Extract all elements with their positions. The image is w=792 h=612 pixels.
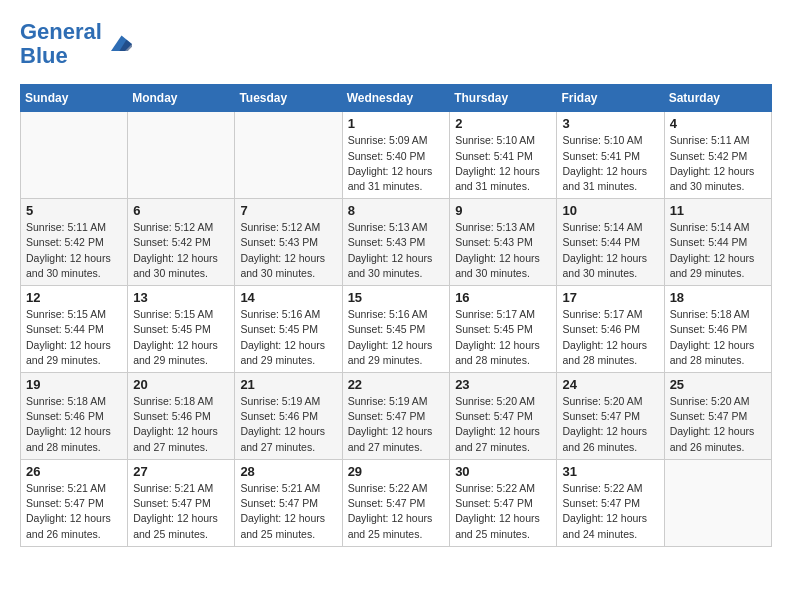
calendar-cell: 12Sunrise: 5:15 AM Sunset: 5:44 PM Dayli… — [21, 286, 128, 373]
day-info: Sunrise: 5:18 AM Sunset: 5:46 PM Dayligh… — [133, 394, 229, 455]
calendar-cell: 28Sunrise: 5:21 AM Sunset: 5:47 PM Dayli… — [235, 459, 342, 546]
calendar-cell: 7Sunrise: 5:12 AM Sunset: 5:43 PM Daylig… — [235, 199, 342, 286]
calendar-cell: 15Sunrise: 5:16 AM Sunset: 5:45 PM Dayli… — [342, 286, 450, 373]
day-number: 10 — [562, 203, 658, 218]
day-number: 11 — [670, 203, 766, 218]
calendar-cell: 19Sunrise: 5:18 AM Sunset: 5:46 PM Dayli… — [21, 373, 128, 460]
day-info: Sunrise: 5:22 AM Sunset: 5:47 PM Dayligh… — [455, 481, 551, 542]
day-info: Sunrise: 5:18 AM Sunset: 5:46 PM Dayligh… — [670, 307, 766, 368]
page-header: GeneralBlue — [20, 20, 772, 68]
weekday-header-sunday: Sunday — [21, 85, 128, 112]
day-info: Sunrise: 5:16 AM Sunset: 5:45 PM Dayligh… — [240, 307, 336, 368]
day-info: Sunrise: 5:12 AM Sunset: 5:42 PM Dayligh… — [133, 220, 229, 281]
day-number: 17 — [562, 290, 658, 305]
weekday-header-thursday: Thursday — [450, 85, 557, 112]
calendar-cell: 25Sunrise: 5:20 AM Sunset: 5:47 PM Dayli… — [664, 373, 771, 460]
calendar-cell: 24Sunrise: 5:20 AM Sunset: 5:47 PM Dayli… — [557, 373, 664, 460]
calendar-cell: 14Sunrise: 5:16 AM Sunset: 5:45 PM Dayli… — [235, 286, 342, 373]
day-info: Sunrise: 5:21 AM Sunset: 5:47 PM Dayligh… — [240, 481, 336, 542]
day-info: Sunrise: 5:15 AM Sunset: 5:45 PM Dayligh… — [133, 307, 229, 368]
calendar-cell — [664, 459, 771, 546]
calendar-cell: 5Sunrise: 5:11 AM Sunset: 5:42 PM Daylig… — [21, 199, 128, 286]
day-number: 6 — [133, 203, 229, 218]
calendar-cell: 29Sunrise: 5:22 AM Sunset: 5:47 PM Dayli… — [342, 459, 450, 546]
day-info: Sunrise: 5:19 AM Sunset: 5:47 PM Dayligh… — [348, 394, 445, 455]
calendar-week-3: 12Sunrise: 5:15 AM Sunset: 5:44 PM Dayli… — [21, 286, 772, 373]
day-number: 15 — [348, 290, 445, 305]
calendar-cell: 10Sunrise: 5:14 AM Sunset: 5:44 PM Dayli… — [557, 199, 664, 286]
day-number: 30 — [455, 464, 551, 479]
calendar-cell: 27Sunrise: 5:21 AM Sunset: 5:47 PM Dayli… — [128, 459, 235, 546]
calendar-cell: 16Sunrise: 5:17 AM Sunset: 5:45 PM Dayli… — [450, 286, 557, 373]
day-info: Sunrise: 5:18 AM Sunset: 5:46 PM Dayligh… — [26, 394, 122, 455]
logo-icon — [104, 30, 132, 58]
day-number: 23 — [455, 377, 551, 392]
day-number: 9 — [455, 203, 551, 218]
day-info: Sunrise: 5:17 AM Sunset: 5:45 PM Dayligh… — [455, 307, 551, 368]
day-info: Sunrise: 5:12 AM Sunset: 5:43 PM Dayligh… — [240, 220, 336, 281]
day-number: 12 — [26, 290, 122, 305]
logo: GeneralBlue — [20, 20, 132, 68]
day-info: Sunrise: 5:20 AM Sunset: 5:47 PM Dayligh… — [670, 394, 766, 455]
calendar-cell: 20Sunrise: 5:18 AM Sunset: 5:46 PM Dayli… — [128, 373, 235, 460]
day-info: Sunrise: 5:13 AM Sunset: 5:43 PM Dayligh… — [455, 220, 551, 281]
day-number: 31 — [562, 464, 658, 479]
day-number: 22 — [348, 377, 445, 392]
day-info: Sunrise: 5:11 AM Sunset: 5:42 PM Dayligh… — [670, 133, 766, 194]
day-number: 24 — [562, 377, 658, 392]
day-number: 4 — [670, 116, 766, 131]
day-number: 7 — [240, 203, 336, 218]
calendar-cell: 2Sunrise: 5:10 AM Sunset: 5:41 PM Daylig… — [450, 112, 557, 199]
calendar-cell — [235, 112, 342, 199]
calendar-week-1: 1Sunrise: 5:09 AM Sunset: 5:40 PM Daylig… — [21, 112, 772, 199]
calendar-cell: 30Sunrise: 5:22 AM Sunset: 5:47 PM Dayli… — [450, 459, 557, 546]
day-number: 29 — [348, 464, 445, 479]
calendar-cell: 18Sunrise: 5:18 AM Sunset: 5:46 PM Dayli… — [664, 286, 771, 373]
calendar-cell: 1Sunrise: 5:09 AM Sunset: 5:40 PM Daylig… — [342, 112, 450, 199]
calendar-cell: 31Sunrise: 5:22 AM Sunset: 5:47 PM Dayli… — [557, 459, 664, 546]
calendar-cell: 22Sunrise: 5:19 AM Sunset: 5:47 PM Dayli… — [342, 373, 450, 460]
day-number: 5 — [26, 203, 122, 218]
day-info: Sunrise: 5:21 AM Sunset: 5:47 PM Dayligh… — [26, 481, 122, 542]
day-number: 16 — [455, 290, 551, 305]
day-number: 14 — [240, 290, 336, 305]
day-info: Sunrise: 5:22 AM Sunset: 5:47 PM Dayligh… — [348, 481, 445, 542]
calendar-week-4: 19Sunrise: 5:18 AM Sunset: 5:46 PM Dayli… — [21, 373, 772, 460]
day-number: 1 — [348, 116, 445, 131]
logo-text: GeneralBlue — [20, 20, 102, 68]
calendar-week-2: 5Sunrise: 5:11 AM Sunset: 5:42 PM Daylig… — [21, 199, 772, 286]
day-info: Sunrise: 5:20 AM Sunset: 5:47 PM Dayligh… — [455, 394, 551, 455]
weekday-header-row: SundayMondayTuesdayWednesdayThursdayFrid… — [21, 85, 772, 112]
calendar-cell: 13Sunrise: 5:15 AM Sunset: 5:45 PM Dayli… — [128, 286, 235, 373]
day-info: Sunrise: 5:13 AM Sunset: 5:43 PM Dayligh… — [348, 220, 445, 281]
day-info: Sunrise: 5:14 AM Sunset: 5:44 PM Dayligh… — [670, 220, 766, 281]
day-info: Sunrise: 5:16 AM Sunset: 5:45 PM Dayligh… — [348, 307, 445, 368]
calendar-cell: 4Sunrise: 5:11 AM Sunset: 5:42 PM Daylig… — [664, 112, 771, 199]
day-number: 21 — [240, 377, 336, 392]
calendar-cell — [21, 112, 128, 199]
calendar-cell: 21Sunrise: 5:19 AM Sunset: 5:46 PM Dayli… — [235, 373, 342, 460]
day-info: Sunrise: 5:15 AM Sunset: 5:44 PM Dayligh… — [26, 307, 122, 368]
calendar-cell: 9Sunrise: 5:13 AM Sunset: 5:43 PM Daylig… — [450, 199, 557, 286]
day-number: 18 — [670, 290, 766, 305]
day-number: 27 — [133, 464, 229, 479]
day-number: 19 — [26, 377, 122, 392]
weekday-header-saturday: Saturday — [664, 85, 771, 112]
calendar-week-5: 26Sunrise: 5:21 AM Sunset: 5:47 PM Dayli… — [21, 459, 772, 546]
weekday-header-wednesday: Wednesday — [342, 85, 450, 112]
day-number: 2 — [455, 116, 551, 131]
calendar-cell — [128, 112, 235, 199]
weekday-header-tuesday: Tuesday — [235, 85, 342, 112]
calendar-table: SundayMondayTuesdayWednesdayThursdayFrid… — [20, 84, 772, 546]
day-number: 3 — [562, 116, 658, 131]
calendar-cell: 6Sunrise: 5:12 AM Sunset: 5:42 PM Daylig… — [128, 199, 235, 286]
day-info: Sunrise: 5:14 AM Sunset: 5:44 PM Dayligh… — [562, 220, 658, 281]
calendar-cell: 23Sunrise: 5:20 AM Sunset: 5:47 PM Dayli… — [450, 373, 557, 460]
day-number: 28 — [240, 464, 336, 479]
calendar-header: SundayMondayTuesdayWednesdayThursdayFrid… — [21, 85, 772, 112]
calendar-cell: 11Sunrise: 5:14 AM Sunset: 5:44 PM Dayli… — [664, 199, 771, 286]
day-info: Sunrise: 5:20 AM Sunset: 5:47 PM Dayligh… — [562, 394, 658, 455]
day-number: 25 — [670, 377, 766, 392]
day-info: Sunrise: 5:11 AM Sunset: 5:42 PM Dayligh… — [26, 220, 122, 281]
weekday-header-friday: Friday — [557, 85, 664, 112]
